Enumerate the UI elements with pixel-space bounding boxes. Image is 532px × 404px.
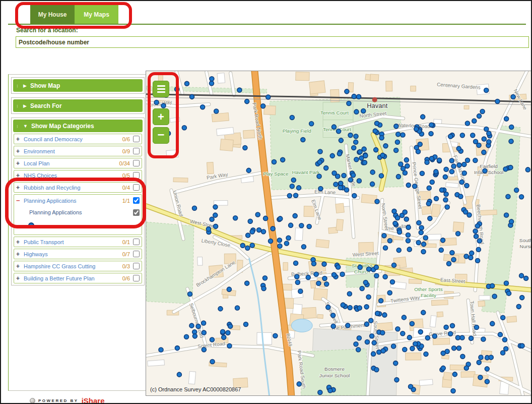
planning-application-marker[interactable] — [364, 322, 369, 326]
planning-application-marker[interactable] — [311, 261, 316, 266]
planning-application-marker[interactable] — [189, 323, 194, 328]
planning-application-marker[interactable] — [226, 330, 230, 335]
planning-application-marker[interactable] — [482, 150, 486, 154]
planning-application-marker[interactable] — [214, 224, 218, 228]
drag-grip-icon[interactable]: ⁝ — [17, 104, 20, 108]
planning-application-marker[interactable] — [332, 171, 337, 176]
planning-application-marker[interactable] — [360, 286, 364, 291]
category-checkbox[interactable] — [133, 197, 140, 204]
planning-application-marker[interactable] — [392, 263, 396, 267]
expand-icon[interactable]: + — [16, 136, 21, 142]
planning-application-marker[interactable] — [489, 355, 493, 360]
planning-application-marker[interactable] — [451, 389, 455, 393]
planning-application-marker[interactable] — [478, 375, 483, 380]
planning-application-marker[interactable] — [396, 248, 401, 253]
category-checkbox[interactable] — [133, 263, 140, 269]
planning-application-marker[interactable] — [201, 105, 205, 109]
planning-application-marker[interactable] — [345, 188, 349, 192]
planning-application-marker[interactable] — [261, 286, 266, 291]
planning-application-marker[interactable] — [441, 238, 445, 243]
planning-application-marker[interactable] — [243, 322, 248, 326]
ishare-brand[interactable]: iShare — [82, 396, 105, 404]
planning-application-marker[interactable] — [404, 217, 409, 221]
planning-application-marker[interactable] — [295, 274, 299, 279]
planning-application-marker[interactable] — [334, 182, 338, 187]
planning-application-marker[interactable] — [374, 121, 379, 126]
planning-application-marker[interactable] — [398, 162, 403, 166]
planning-application-marker[interactable] — [297, 382, 301, 386]
planning-application-marker[interactable] — [504, 281, 508, 285]
planning-application-marker[interactable] — [421, 114, 425, 119]
planning-application-marker[interactable] — [492, 294, 497, 299]
planning-application-marker[interactable] — [434, 196, 439, 201]
planning-application-marker[interactable] — [473, 229, 478, 234]
planning-application-marker[interactable] — [477, 114, 482, 119]
planning-application-marker[interactable] — [196, 324, 201, 328]
planning-application-marker[interactable] — [297, 186, 301, 190]
planning-application-marker[interactable] — [354, 140, 358, 144]
planning-application-marker[interactable] — [177, 372, 181, 377]
planning-application-marker[interactable] — [456, 146, 461, 151]
planning-application-marker[interactable] — [390, 280, 394, 284]
planning-application-marker[interactable] — [452, 372, 457, 377]
planning-application-marker[interactable] — [416, 240, 421, 245]
planning-application-marker[interactable] — [359, 156, 364, 160]
planning-application-marker[interactable] — [391, 344, 396, 349]
planning-application-marker[interactable] — [356, 348, 361, 352]
planning-application-marker[interactable] — [354, 134, 358, 139]
category-checkbox[interactable] — [133, 160, 140, 166]
planning-application-marker[interactable] — [444, 325, 448, 329]
planning-application-marker[interactable] — [341, 303, 345, 307]
expand-icon[interactable]: + — [16, 160, 21, 166]
planning-application-marker[interactable] — [337, 129, 341, 134]
planning-application-marker[interactable] — [192, 206, 197, 210]
planning-application-marker[interactable] — [443, 175, 447, 179]
planning-application-marker[interactable] — [460, 354, 465, 359]
planning-application-marker[interactable] — [273, 333, 278, 338]
planning-application-marker[interactable] — [439, 188, 444, 192]
planning-application-marker[interactable] — [192, 334, 197, 338]
planning-application-marker[interactable] — [345, 89, 349, 94]
planning-application-marker[interactable] — [429, 132, 433, 136]
planning-application-marker[interactable] — [410, 346, 415, 351]
planning-application-marker[interactable] — [271, 226, 275, 231]
planning-application-marker[interactable] — [476, 258, 480, 263]
planning-application-marker[interactable] — [354, 109, 359, 114]
expand-icon[interactable]: + — [16, 251, 21, 257]
planning-application-marker[interactable] — [447, 261, 451, 266]
planning-application-marker[interactable] — [222, 335, 226, 339]
planning-application-marker[interactable] — [372, 340, 376, 345]
planning-application-marker[interactable] — [375, 311, 380, 316]
planning-application-marker[interactable] — [213, 205, 218, 209]
planning-application-marker[interactable] — [519, 273, 524, 278]
planning-application-marker[interactable] — [421, 310, 426, 315]
planning-application-marker[interactable] — [477, 239, 482, 243]
planning-application-marker[interactable] — [504, 347, 508, 351]
category-building-a-better-future-plan[interactable]: +Building a Better Future Plan0/6 — [14, 273, 142, 283]
planning-application-marker[interactable] — [425, 335, 430, 340]
planning-application-marker[interactable] — [382, 234, 386, 238]
planning-application-marker[interactable] — [409, 384, 413, 389]
planning-application-marker[interactable] — [245, 281, 249, 285]
planning-application-marker[interactable] — [452, 346, 456, 351]
planning-application-marker[interactable] — [227, 287, 231, 292]
planning-application-marker[interactable] — [509, 125, 514, 129]
planning-application-marker[interactable] — [470, 251, 474, 255]
planning-application-marker[interactable] — [474, 234, 479, 239]
planning-application-marker[interactable] — [370, 182, 375, 186]
planning-application-marker[interactable] — [393, 221, 397, 225]
planning-application-marker[interactable] — [449, 169, 454, 174]
planning-application-marker[interactable] — [477, 143, 481, 148]
planning-application-marker[interactable] — [451, 257, 456, 262]
planning-application-marker[interactable] — [294, 193, 298, 198]
planning-application-marker[interactable] — [395, 215, 400, 220]
expand-icon[interactable]: + — [16, 239, 21, 245]
planning-application-marker[interactable] — [352, 193, 357, 198]
planning-application-marker[interactable] — [352, 94, 356, 99]
planning-application-marker[interactable] — [202, 330, 206, 335]
planning-application-marker[interactable] — [419, 225, 424, 230]
planning-application-marker[interactable] — [455, 335, 460, 340]
planning-application-marker[interactable] — [210, 217, 214, 221]
planning-application-marker[interactable] — [508, 165, 513, 170]
planning-application-marker[interactable] — [394, 124, 398, 129]
